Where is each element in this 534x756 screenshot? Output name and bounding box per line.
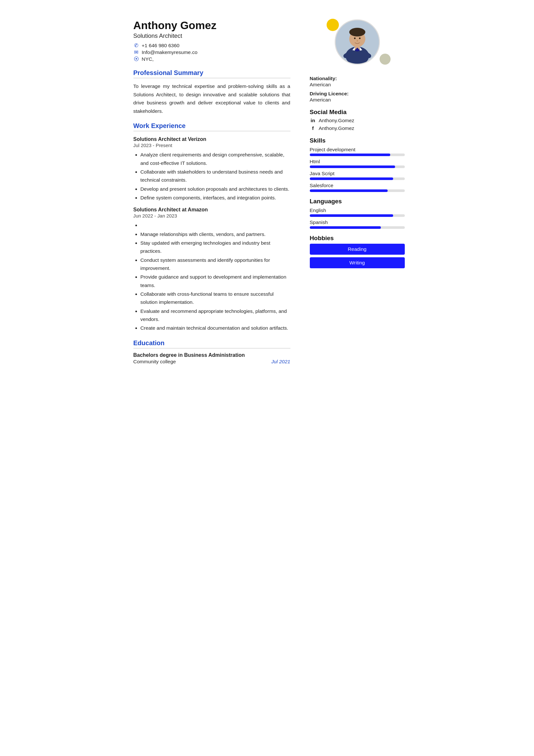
skills-section-title: Skills: [310, 137, 405, 144]
job-bullets-2: Manage relationships with clients, vendo…: [140, 221, 291, 332]
right-column: Nationality: American Driving Licence: A…: [302, 10, 413, 397]
phone-value: +1 646 980 6360: [142, 43, 180, 48]
skill-bar-fill-2: [310, 166, 395, 168]
email-value: Info@makemyresume.co: [142, 49, 198, 55]
driving-value: American: [310, 97, 405, 103]
hobby-writing: Writing: [310, 257, 405, 268]
bullet-item: Create and maintain technical documentat…: [140, 324, 291, 332]
bullet-item: [140, 221, 291, 229]
work-divider: [134, 131, 291, 131]
location-item: ⦿ NYC,: [134, 56, 291, 62]
skill-name-2: Html: [310, 159, 405, 165]
edu-date: Jul 2021: [271, 359, 291, 364]
skill-item-3: Java Script: [310, 171, 405, 180]
email-icon: ✉: [134, 49, 139, 55]
education-section-title: Education: [134, 339, 291, 347]
summary-text: To leverage my technical expertise and p…: [134, 82, 291, 115]
facebook-icon: f: [310, 125, 316, 131]
skill-name-1: Project development: [310, 147, 405, 152]
linkedin-item: in Anthony.Gomez: [310, 118, 405, 123]
bullet-item: Provide guidance and support to developm…: [140, 273, 291, 289]
bullet-item: Develop and present solution proposals a…: [140, 185, 291, 193]
facebook-item: f Anthony.Gomez: [310, 125, 405, 131]
job-title-1: Solutions Architect at Verizon: [134, 136, 291, 142]
edu-school: Community college: [134, 359, 176, 364]
social-section-title: Social Media: [310, 109, 405, 116]
linkedin-handle: Anthony.Gomez: [319, 118, 354, 123]
skill-bar-fill-3: [310, 177, 394, 180]
job-title-2: Solutions Architect at Amazon: [134, 207, 291, 213]
contact-info-block: ✆ +1 646 980 6360 ✉ Info@makemyresume.co…: [134, 43, 291, 62]
skill-bar-fill-4: [310, 189, 388, 192]
edu-row: Community college Jul 2021: [134, 359, 291, 364]
candidate-name: Anthony Gomez: [134, 19, 291, 32]
skill-bar-bg-4: [310, 189, 405, 192]
skill-bar-bg-1: [310, 153, 405, 156]
job-bullets-1: Analyze client requirements and design c…: [140, 150, 291, 202]
driving-label: Driving Licence:: [310, 91, 405, 97]
photo-area: [310, 16, 405, 68]
gray-dot: [380, 54, 391, 65]
lang-name-2: Spanish: [310, 220, 405, 225]
bullet-item: Stay updated with emerging technologies …: [140, 239, 291, 255]
bullet-item: Evaluate and recommend appropriate techn…: [140, 307, 291, 324]
skill-bar-fill-1: [310, 153, 391, 156]
job-dates-2: Jun 2022 - Jan 2023: [134, 213, 291, 219]
phone-item: ✆ +1 646 980 6360: [134, 43, 291, 48]
bullet-item: Manage relationships with clients, vendo…: [140, 230, 291, 238]
phone-icon: ✆: [134, 43, 139, 48]
lang-name-1: English: [310, 207, 405, 213]
left-column: Anthony Gomez Solutions Architect ✆ +1 6…: [122, 10, 302, 397]
svg-point-9: [359, 38, 361, 39]
skill-item-4: Salesforce: [310, 183, 405, 192]
email-item: ✉ Info@makemyresume.co: [134, 49, 291, 55]
svg-point-8: [354, 38, 355, 39]
skill-item-2: Html: [310, 159, 405, 168]
lang-bar-bg-1: [310, 214, 405, 217]
skill-bar-bg-3: [310, 177, 405, 180]
lang-item-2: Spanish: [310, 220, 405, 229]
education-divider: [134, 348, 291, 348]
name-title-block: Anthony Gomez Solutions Architect: [134, 19, 291, 40]
location-icon: ⦿: [134, 56, 139, 62]
nationality-value: American: [310, 82, 405, 88]
summary-divider: [134, 78, 291, 78]
edu-degree: Bachelors degree in Business Administrat…: [134, 352, 291, 358]
svg-point-3: [349, 28, 365, 37]
bullet-item: Analyze client requirements and design c…: [140, 150, 291, 167]
lang-bar-fill-1: [310, 214, 394, 217]
skills-list: Project development Html Java Script Sal…: [310, 147, 405, 192]
resume-container: Anthony Gomez Solutions Architect ✆ +1 6…: [122, 10, 413, 397]
skill-bar-bg-2: [310, 166, 405, 168]
profile-photo-svg: [336, 20, 379, 64]
summary-section-title: Professional Summary: [134, 69, 291, 77]
svg-point-10: [357, 40, 358, 42]
bullet-item: Conduct system assessments and identify …: [140, 256, 291, 273]
skill-name-4: Salesforce: [310, 183, 405, 188]
work-section-title: Work Experience: [134, 122, 291, 130]
bullet-item: Define system components, interfaces, an…: [140, 194, 291, 202]
lang-item-1: English: [310, 207, 405, 217]
job-dates-1: Jul 2023 - Present: [134, 143, 291, 148]
bullet-item: Collaborate with stakeholders to underst…: [140, 168, 291, 184]
languages-section-title: Languages: [310, 198, 405, 205]
skill-name-3: Java Script: [310, 171, 405, 176]
candidate-title: Solutions Architect: [134, 32, 291, 40]
location-value: NYC,: [142, 56, 154, 62]
skill-item-1: Project development: [310, 147, 405, 156]
lang-bar-bg-2: [310, 226, 405, 229]
hobbies-section-title: Hobbies: [310, 235, 405, 242]
bullet-item: Collaborate with cross-functional teams …: [140, 290, 291, 307]
facebook-handle: Anthony.Gomez: [319, 125, 354, 131]
linkedin-icon: in: [310, 118, 316, 123]
lang-bar-fill-2: [310, 226, 381, 229]
nationality-label: Nationality:: [310, 76, 405, 81]
languages-list: English Spanish: [310, 207, 405, 229]
profile-photo: [335, 19, 380, 65]
hobby-reading: Reading: [310, 244, 405, 255]
yellow-dot: [327, 19, 339, 31]
